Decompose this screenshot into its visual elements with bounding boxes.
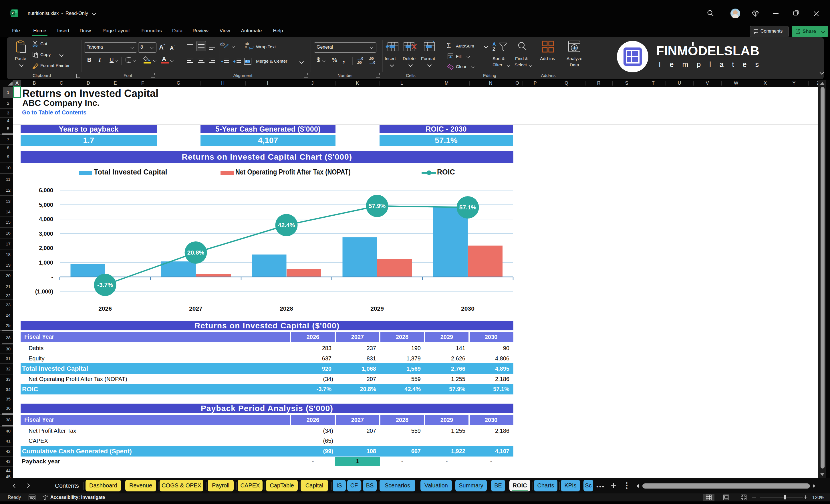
svg-text:57.1%: 57.1%: [459, 204, 477, 211]
svg-text:42.4%: 42.4%: [278, 222, 295, 228]
svg-text:20.8%: 20.8%: [187, 249, 204, 256]
svg-text:2026: 2026: [98, 305, 112, 312]
svg-text:2027: 2027: [189, 305, 202, 312]
svg-text:2030: 2030: [461, 305, 475, 312]
svg-text:1,000: 1,000: [39, 259, 53, 266]
svg-text:3,000: 3,000: [39, 230, 53, 237]
svg-text:57.9%: 57.9%: [369, 202, 386, 209]
svg-text:(1,000): (1,000): [35, 288, 53, 295]
svg-text:-3.7%: -3.7%: [97, 281, 113, 288]
svg-text:5,000: 5,000: [39, 202, 53, 208]
svg-text:2029: 2029: [371, 305, 384, 312]
svg-text:6,000: 6,000: [39, 187, 53, 193]
svg-text:2,000: 2,000: [39, 245, 53, 251]
svg-text:4,000: 4,000: [39, 216, 53, 222]
svg-text:2028: 2028: [280, 305, 293, 312]
svg-text:-: -: [51, 274, 53, 280]
